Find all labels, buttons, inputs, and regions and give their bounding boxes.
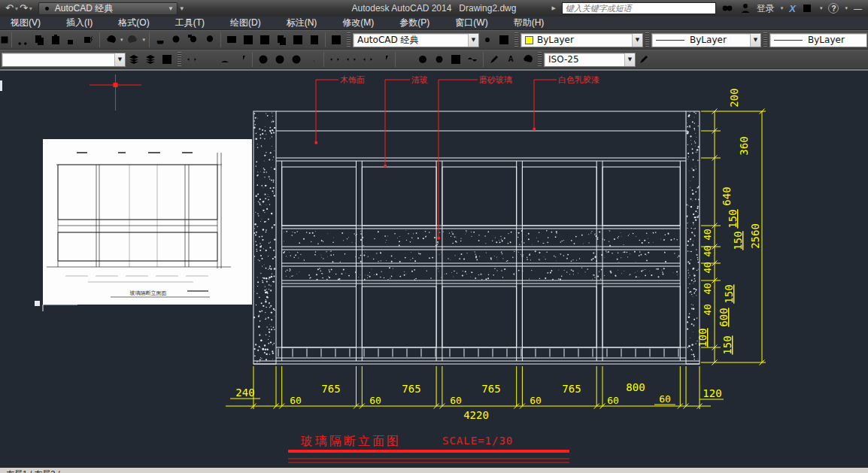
redo-icon[interactable]: ↷ xyxy=(19,2,29,15)
user-icon[interactable] xyxy=(739,2,752,14)
quickcalc-button[interactable] xyxy=(306,32,323,48)
dimension-space-icon xyxy=(378,53,390,65)
lineweight-control-combo[interactable]: ByLayer xyxy=(769,33,867,47)
search-icon[interactable] xyxy=(721,2,734,14)
linetype-control-combo[interactable]: ByLayer ▼ xyxy=(651,33,761,47)
dim-radius-button[interactable] xyxy=(255,51,272,68)
workspace-settings-button[interactable] xyxy=(479,32,496,48)
help-icon[interactable]: ? xyxy=(828,3,839,14)
layer-states-button[interactable] xyxy=(142,51,159,68)
zoom-realtime-button[interactable] xyxy=(168,32,185,48)
menu-insert[interactable]: 插入(I) xyxy=(56,17,108,30)
dim-jog-line-button[interactable] xyxy=(464,51,481,68)
markup-set-manager-button[interactable] xyxy=(290,32,306,48)
undo-caret-icon[interactable]: ▾ xyxy=(119,37,125,43)
signin-caret-icon[interactable]: ▾ xyxy=(779,5,785,11)
help-button[interactable] xyxy=(328,32,344,48)
dim-linear-button[interactable] xyxy=(184,51,200,68)
toolbar-grip[interactable] xyxy=(514,32,518,47)
dimstyle-manager-button[interactable] xyxy=(636,51,652,68)
combo-arrow-icon[interactable]: ▼ xyxy=(114,53,125,66)
menu-help[interactable]: 帮助(H) xyxy=(503,17,560,30)
help-caret-icon[interactable]: ▾ xyxy=(843,5,849,11)
properties-palette-button[interactable] xyxy=(223,32,240,48)
tool-palettes-button[interactable] xyxy=(256,32,273,48)
exchange-apps-icon[interactable]: X xyxy=(789,3,796,14)
infocenter-flyout-icon[interactable]: ▶ xyxy=(550,5,557,11)
undo-caret-icon[interactable]: ▾ xyxy=(15,5,18,12)
layout-tabs-label[interactable]: 布局1 / 布局2 / xyxy=(6,468,60,473)
combo-arrow-icon[interactable]: ▼ xyxy=(750,34,760,47)
block-editor-button[interactable] xyxy=(80,32,97,48)
workspace-combo-arrow-icon[interactable]: ▼ xyxy=(168,5,174,12)
dim-aligned-button[interactable] xyxy=(200,51,217,68)
menu-window[interactable]: 窗口(W) xyxy=(445,17,502,30)
layout-tabs[interactable]: 布局1 / 布局2 / xyxy=(0,468,868,473)
workspaces-combo[interactable]: AutoCAD 经典 ▼ xyxy=(353,33,479,47)
pan-button[interactable] xyxy=(152,32,168,48)
dim-quick-button[interactable] xyxy=(326,51,343,68)
redo-caret-icon[interactable]: ▾ xyxy=(29,5,32,12)
paste-button[interactable] xyxy=(47,32,64,48)
dimstyle-combo[interactable]: ISO-25 ▼ xyxy=(544,53,636,67)
combo-arrow-icon[interactable]: ▼ xyxy=(632,34,642,47)
dim-space-button[interactable] xyxy=(376,51,393,68)
copy-button[interactable] xyxy=(31,32,47,48)
menu-tools[interactable]: 工具(T) xyxy=(165,17,220,30)
communication-caret-icon[interactable]: ▾ xyxy=(818,5,824,11)
dim-diameter-button[interactable] xyxy=(288,51,305,68)
dim-jogged-button[interactable] xyxy=(272,51,288,68)
clipped-toolbar-icon[interactable] xyxy=(0,32,9,48)
drawing-canvas[interactable]: 玻璃隔断立面图 xyxy=(0,69,868,468)
dim-continue-button[interactable] xyxy=(360,51,376,68)
dim-angular-button[interactable] xyxy=(305,51,321,68)
workspace-switcher-combo[interactable]: AutoCAD 经典 ▼ xyxy=(38,2,178,15)
cut-button[interactable] xyxy=(14,32,31,48)
redo-caret-icon[interactable]: ▾ xyxy=(141,37,147,43)
menu-format[interactable]: 格式(O) xyxy=(108,17,164,30)
zoom-window-button[interactable] xyxy=(185,32,202,48)
toolbar-grip[interactable] xyxy=(538,52,542,67)
menu-draw[interactable]: 绘图(D) xyxy=(220,17,276,30)
undo-button[interactable] xyxy=(102,32,119,48)
svg-text:800: 800 xyxy=(626,381,645,393)
dim-ordinate-button[interactable] xyxy=(233,51,250,68)
menu-dimension[interactable]: 标注(N) xyxy=(276,17,332,30)
my-workspace-button[interactable] xyxy=(496,32,512,48)
toolbar-grip[interactable] xyxy=(763,32,767,47)
designcenter-button[interactable] xyxy=(240,32,256,48)
dim-break-button[interactable] xyxy=(398,51,414,68)
dim-text-edit-button[interactable] xyxy=(502,51,519,68)
baseline-dimension-icon xyxy=(345,53,357,65)
toolbar-grip[interactable] xyxy=(178,52,181,67)
redo-button[interactable] xyxy=(125,32,141,48)
signin-button[interactable]: 登录 xyxy=(757,2,775,15)
sheet-set-manager-button[interactable] xyxy=(273,32,290,48)
selection-grip[interactable] xyxy=(35,301,40,306)
search-input[interactable] xyxy=(562,2,716,14)
dim-tolerance-button[interactable] xyxy=(414,51,431,68)
minimize-button[interactable]: — xyxy=(854,4,862,13)
layer-previous-button[interactable] xyxy=(159,51,175,68)
dim-edit-button[interactable] xyxy=(486,51,502,68)
color-control-combo[interactable]: ByLayer ▼ xyxy=(520,33,643,47)
dim-update-button[interactable] xyxy=(519,51,536,68)
layer-properties-button[interactable] xyxy=(126,51,142,68)
menu-modify[interactable]: 修改(M) xyxy=(332,17,389,30)
toolbar-grip[interactable] xyxy=(645,32,649,47)
dim-inspect-button[interactable] xyxy=(448,51,464,68)
combo-arrow-icon[interactable]: ▼ xyxy=(468,34,478,47)
communication-center-icon[interactable] xyxy=(800,2,814,14)
undo-icon[interactable]: ↶ xyxy=(5,2,14,15)
dim-arc-length-button[interactable] xyxy=(217,51,233,68)
menu-view[interactable]: 视图(V) xyxy=(0,17,56,30)
match-properties-button[interactable] xyxy=(64,32,80,48)
dim-baseline-button[interactable] xyxy=(343,51,360,68)
toolbar-overflow-icon[interactable]: ▼ xyxy=(178,5,187,12)
menu-parametric[interactable]: 参数(P) xyxy=(389,17,445,30)
zoom-previous-button[interactable] xyxy=(202,32,218,48)
dim-centermark-button[interactable] xyxy=(431,51,448,68)
toolbar-grip[interactable] xyxy=(347,32,351,47)
layer-control-combo[interactable]: ▼ xyxy=(2,53,126,67)
combo-arrow-icon[interactable]: ▼ xyxy=(624,53,635,66)
